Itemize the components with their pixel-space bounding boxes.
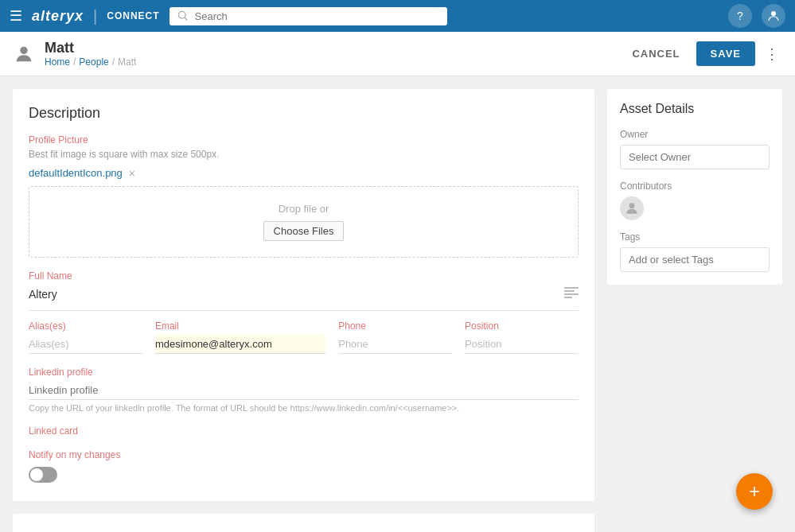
- full-name-value: Altery: [29, 285, 564, 304]
- file-remove-button[interactable]: ×: [129, 167, 135, 180]
- linkedin-help: Copy the URL of your linkedin profile. T…: [29, 403, 579, 413]
- page-title: Matt: [45, 40, 136, 56]
- fab-button[interactable]: +: [736, 473, 773, 510]
- header-actions: CANCEL SAVE ⋮: [622, 41, 782, 66]
- breadcrumb-people[interactable]: People: [79, 56, 108, 68]
- user-icon: [766, 9, 781, 23]
- owner-label: Owner: [620, 129, 770, 140]
- help-button[interactable]: ?: [728, 4, 752, 28]
- help-icon: ?: [737, 10, 743, 22]
- breadcrumb-home[interactable]: Home: [45, 56, 70, 68]
- cancel-button[interactable]: CANCEL: [622, 43, 689, 64]
- title-group: Matt Home / People / Matt: [45, 40, 136, 68]
- linked-card-label: Linked card: [29, 425, 579, 437]
- credentials-card: Credentials Login matt Password ••••••••…: [13, 514, 594, 533]
- main-layout: Description Profile Picture Best fit ima…: [0, 76, 795, 532]
- tags-label: Tags: [620, 231, 770, 243]
- owner-input[interactable]: [620, 145, 770, 169]
- logo: alteryx: [32, 8, 84, 25]
- more-options-button[interactable]: ⋮: [762, 42, 782, 66]
- asset-details-sidebar: Asset Details Owner Contributors Tags: [607, 89, 782, 285]
- svg-point-3: [20, 46, 27, 53]
- alias-label: Alias(es): [29, 320, 142, 332]
- phone-col: Phone: [338, 320, 452, 354]
- svg-point-8: [629, 203, 635, 208]
- main-content: Description Profile Picture Best fit ima…: [13, 89, 594, 532]
- phone-input[interactable]: [338, 335, 452, 354]
- full-name-label: Full Name: [29, 270, 579, 282]
- user-menu-button[interactable]: [762, 4, 785, 28]
- file-chip: defaultIdentIcon.png ×: [29, 167, 135, 180]
- position-col: Position: [465, 320, 579, 354]
- full-name-divider: [29, 310, 579, 311]
- contact-fields-row: Alias(es) Email Phone Position: [29, 320, 579, 354]
- svg-point-2: [771, 11, 776, 16]
- email-input[interactable]: [155, 335, 325, 354]
- search-icon: [177, 10, 189, 21]
- asset-details-title: Asset Details: [620, 102, 770, 116]
- breadcrumb: Home / People / Matt: [45, 56, 136, 68]
- nav-divider: |: [93, 7, 97, 25]
- file-name: defaultIdentIcon.png: [29, 167, 123, 179]
- linkedin-input[interactable]: [29, 381, 579, 400]
- alias-input[interactable]: [29, 335, 142, 354]
- credentials-title: Credentials: [29, 530, 579, 533]
- notify-label: Notify on my changes: [29, 449, 579, 460]
- tags-input[interactable]: [620, 247, 770, 272]
- email-label: Email: [155, 320, 325, 332]
- phone-label: Phone: [338, 320, 452, 332]
- svg-rect-4: [564, 287, 579, 289]
- file-drop-zone[interactable]: Drop file or Choose Files: [29, 186, 579, 258]
- position-label: Position: [465, 320, 579, 332]
- notify-toggle[interactable]: [29, 467, 57, 483]
- svg-point-0: [178, 11, 185, 18]
- svg-rect-5: [564, 290, 575, 292]
- toggle-slider: [29, 467, 57, 483]
- format-icon[interactable]: [564, 287, 579, 301]
- top-nav: ☰ alteryx | CONNECT ?: [0, 0, 795, 32]
- search-input[interactable]: [195, 10, 439, 22]
- breadcrumb-current: Matt: [118, 56, 136, 68]
- drop-label: Drop file or: [279, 203, 329, 215]
- profile-picture-hint: Best fit image is square with max size 5…: [29, 149, 579, 160]
- user-avatar-icon: [13, 43, 35, 65]
- svg-rect-6: [564, 293, 579, 295]
- profile-picture-label: Profile Picture: [29, 134, 579, 146]
- full-name-row: Altery: [29, 285, 579, 304]
- email-col: Email: [155, 320, 325, 354]
- contributors-label: Contributors: [620, 181, 770, 192]
- search-box[interactable]: [170, 7, 447, 25]
- header-left: Matt Home / People / Matt: [13, 40, 622, 68]
- hamburger-icon[interactable]: ☰: [10, 7, 22, 25]
- svg-line-1: [185, 17, 187, 20]
- nav-connect-label: CONNECT: [107, 10, 159, 21]
- description-card: Description Profile Picture Best fit ima…: [13, 89, 594, 501]
- description-title: Description: [29, 105, 579, 122]
- linkedin-label: Linkedin profile: [29, 367, 579, 378]
- alias-col: Alias(es): [29, 320, 142, 354]
- choose-files-button[interactable]: Choose Files: [263, 221, 345, 241]
- svg-rect-7: [564, 297, 572, 298]
- page-header: Matt Home / People / Matt CANCEL SAVE ⋮: [0, 32, 795, 76]
- save-button[interactable]: SAVE: [696, 41, 755, 66]
- contributor-avatar: [620, 196, 644, 220]
- position-input[interactable]: [465, 335, 579, 354]
- contributors-row: [620, 196, 770, 220]
